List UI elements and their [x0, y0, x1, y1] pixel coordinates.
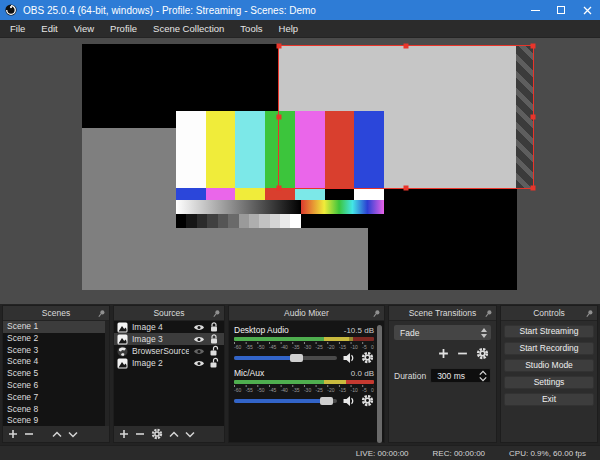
exit-button[interactable]: Exit: [504, 393, 594, 406]
studio-mode-button[interactable]: Studio Mode: [504, 359, 594, 372]
combo-spinner[interactable]: [481, 325, 487, 340]
move-scene-up-button[interactable]: [52, 431, 62, 438]
scene-list-item[interactable]: Scene 2: [3, 333, 109, 345]
source-properties-button[interactable]: [151, 428, 163, 440]
toggle-visibility-button[interactable]: [193, 335, 205, 344]
resize-handle-top-center[interactable]: [404, 44, 409, 49]
settings-button[interactable]: Settings: [504, 376, 594, 389]
scene-list-item[interactable]: Scene 4: [3, 356, 109, 368]
step-wedge-row: [176, 214, 384, 228]
scene-transitions-panel-header[interactable]: Scene Transitions: [389, 306, 496, 321]
source-list-item[interactable]: Image 4: [114, 321, 224, 333]
gear-icon[interactable]: [361, 394, 374, 407]
canvas-black-region-bottom-right[interactable]: [368, 189, 517, 290]
gear-icon[interactable]: [361, 351, 374, 364]
toggle-lock-button[interactable]: [209, 357, 219, 369]
duration-spinbox[interactable]: 300 ms: [430, 368, 491, 383]
lock-open-icon[interactable]: [209, 357, 219, 369]
scene-list-item[interactable]: Scene 5: [3, 368, 109, 380]
resize-handle-bottom-center[interactable]: [404, 186, 409, 191]
mixer-scrollbar[interactable]: [377, 325, 382, 443]
menu-profile[interactable]: Profile: [102, 20, 145, 38]
menu-edit[interactable]: Edit: [33, 20, 65, 38]
pin-icon[interactable]: [97, 309, 106, 318]
pin-icon[interactable]: [585, 309, 594, 318]
source-list-item[interactable]: Image 3: [114, 333, 224, 345]
controls-panel-header[interactable]: Controls: [501, 306, 597, 321]
sources-list[interactable]: Image 4Image 3BrowserSourceImage 2: [114, 321, 224, 426]
close-button[interactable]: [574, 0, 600, 20]
tick-label: -10: [351, 344, 358, 350]
menu-help[interactable]: Help: [271, 20, 307, 38]
source-list-item[interactable]: Image 2: [114, 357, 224, 369]
remove-scene-button[interactable]: [24, 429, 34, 439]
scene-list-item[interactable]: Scene 6: [3, 380, 109, 392]
visibility-eye-icon[interactable]: [193, 347, 205, 356]
chevron-up-icon: [169, 431, 179, 438]
visibility-eye-icon[interactable]: [193, 359, 205, 368]
move-scene-down-button[interactable]: [68, 431, 78, 438]
sources-panel-header[interactable]: Sources: [114, 306, 224, 321]
add-scene-button[interactable]: [8, 429, 18, 439]
resize-handle-bottom-right[interactable]: [531, 186, 536, 191]
toggle-visibility-button[interactable]: [193, 359, 205, 368]
scene-list-item[interactable]: Scene 7: [3, 392, 109, 404]
speaker-icon[interactable]: [342, 395, 356, 407]
menu-scene-collection[interactable]: Scene Collection: [145, 20, 232, 38]
resize-handle-middle-right[interactable]: [531, 115, 536, 120]
lock-closed-icon[interactable]: [209, 333, 219, 345]
transition-select[interactable]: Fade: [394, 325, 491, 340]
speaker-icon[interactable]: [342, 352, 356, 364]
scenes-panel-header[interactable]: Scenes: [3, 306, 109, 321]
toggle-visibility-button[interactable]: [193, 323, 205, 332]
volume-slider-knob[interactable]: [320, 397, 333, 405]
preview-canvas[interactable]: [0, 38, 600, 305]
pin-icon[interactable]: [372, 309, 381, 318]
maximize-button[interactable]: [548, 0, 574, 20]
scene-list-item[interactable]: Scene 8: [3, 404, 109, 416]
volume-slider-knob[interactable]: [290, 354, 303, 362]
menu-view[interactable]: View: [66, 20, 102, 38]
start-streaming-button[interactable]: Start Streaming: [504, 325, 594, 338]
volume-slider[interactable]: [234, 356, 337, 360]
lock-closed-icon[interactable]: [209, 321, 219, 333]
visibility-eye-icon[interactable]: [193, 323, 205, 332]
menu-file[interactable]: File: [2, 20, 33, 38]
volume-slider[interactable]: [234, 399, 337, 403]
scenes-list[interactable]: Scene 1Scene 2Scene 3Scene 4Scene 5Scene…: [3, 321, 109, 426]
pin-icon[interactable]: [212, 309, 221, 318]
add-transition-button[interactable]: [438, 348, 449, 359]
resize-handle-bottom-left[interactable]: [277, 186, 282, 191]
lock-open-icon[interactable]: [209, 345, 219, 357]
source-name: Image 3: [132, 334, 189, 344]
move-source-up-button[interactable]: [169, 431, 179, 438]
add-source-button[interactable]: [119, 429, 129, 439]
resize-handle-top-right[interactable]: [531, 44, 536, 49]
sources-toolbar: [114, 426, 224, 442]
toggle-lock-button[interactable]: [209, 333, 219, 345]
visibility-eye-icon[interactable]: [193, 335, 205, 344]
toggle-visibility-button[interactable]: [193, 347, 205, 356]
move-source-down-button[interactable]: [185, 431, 195, 438]
remove-transition-button[interactable]: [457, 348, 468, 359]
resize-handle-top-left[interactable]: [277, 44, 282, 49]
scene-list-item[interactable]: Scene 9: [3, 415, 109, 426]
audio-mixer-panel-header[interactable]: Audio Mixer: [229, 306, 384, 321]
minimize-button[interactable]: [522, 0, 548, 20]
duration-spinner[interactable]: [479, 370, 487, 382]
scenes-scrollbar[interactable]: [105, 321, 109, 426]
source-list-item[interactable]: BrowserSource: [114, 345, 224, 357]
resize-handle-middle-left[interactable]: [277, 115, 282, 120]
scene-list-item[interactable]: Scene 3: [3, 345, 109, 357]
scenes-panel: Scenes Scene 1Scene 2Scene 3Scene 4Scene…: [2, 305, 110, 443]
tick-label: 0: [371, 387, 374, 393]
start-recording-button[interactable]: Start Recording: [504, 342, 594, 355]
transition-properties-button[interactable]: [476, 347, 489, 360]
toggle-lock-button[interactable]: [209, 345, 219, 357]
pin-icon[interactable]: [484, 309, 493, 318]
menu-tools[interactable]: Tools: [232, 20, 270, 38]
scene-list-item[interactable]: Scene 1: [3, 321, 109, 333]
selection-bounding-box[interactable]: [278, 45, 534, 189]
toggle-lock-button[interactable]: [209, 321, 219, 333]
remove-source-button[interactable]: [135, 429, 145, 439]
